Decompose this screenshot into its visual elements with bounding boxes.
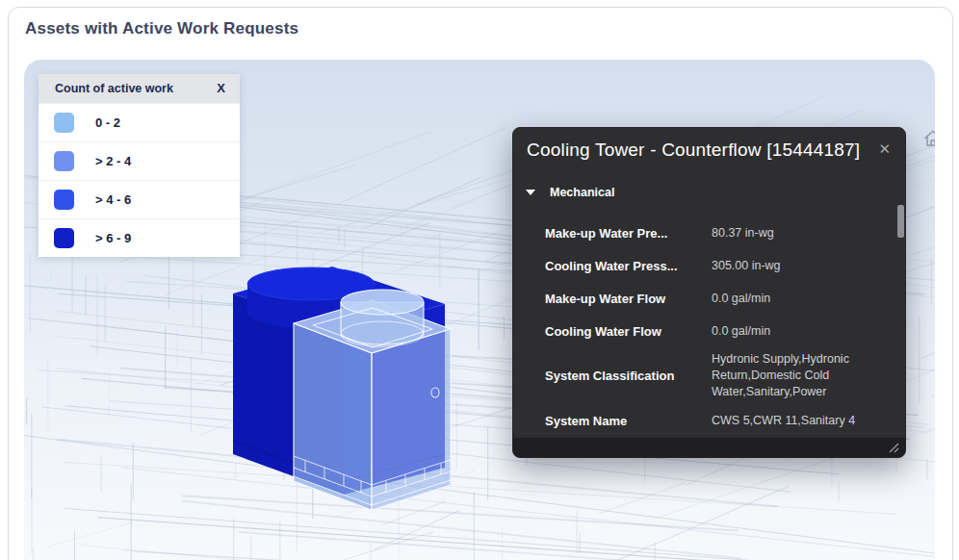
collapse-triangle-icon [526,190,535,195]
property-value: 0.0 gal/min [712,323,894,340]
property-value: 0.0 gal/min [712,291,894,307]
property-label: System Classification [545,369,712,383]
close-icon[interactable]: ✕ [878,140,891,158]
legend-header: Count of active work X [39,74,240,103]
property-row: Make-up Water Flow 0.0 gal/min [513,282,905,315]
property-label: Cooling Water Flow [545,324,712,339]
legend-item-label: > 2 - 4 [95,154,131,168]
legend-item-6-9[interactable]: > 6 - 9 [39,218,240,257]
property-value: Hydronic Supply,Hydronic Return,Domestic… [712,351,894,400]
color-swatch [54,113,74,133]
property-value: CWS 5,CWR 11,Sanitary 4 [712,413,894,429]
property-row: Cooling Water Flow 0.0 gal/min [513,315,905,347]
legend-item-label: > 6 - 9 [95,231,131,245]
legend-item-4-6[interactable]: > 4 - 6 [39,180,240,218]
section-header-mechanical[interactable]: Mechanical [526,186,614,199]
property-value: 80.37 in-wg [712,225,894,242]
resize-handle-icon[interactable] [889,443,899,453]
color-swatch [54,151,74,171]
property-value: 305.00 in-wg [712,258,894,274]
app-window: Assets with Active Work Requests [0,0,959,560]
property-label: Make-up Water Pre... [545,226,712,241]
legend-item-0-2[interactable]: 0 - 2 [39,103,240,141]
home-icon[interactable] [920,126,935,151]
panel-footer [513,438,905,457]
property-row: System Name CWS 5,CWR 11,Sanitary 4 [513,403,905,438]
legend-item-label: 0 - 2 [95,115,120,130]
section-label: Mechanical [550,186,614,199]
color-swatch [54,190,74,210]
legend-title: Count of active work [55,82,173,95]
asset-title: Cooling Tower - Counterflow [15444187] [527,140,863,161]
property-label: Make-up Water Flow [545,292,712,306]
property-row: Make-up Water Pre... 80.37 in-wg [513,216,905,249]
legend-panel: Count of active work X 0 - 2 > 2 - 4 > 4… [39,74,240,257]
property-label: System Name [545,414,712,428]
page-title: Assets with Active Work Requests [25,19,298,38]
legend-item-2-4[interactable]: > 2 - 4 [39,141,240,180]
legend-item-label: > 4 - 6 [95,192,131,207]
property-row: System Classification Hydronic Supply,Hy… [513,347,905,403]
property-row: Cooling Water Press... 305.00 in-wg [513,249,905,282]
property-label: Cooling Water Press... [545,259,712,273]
cooling-tower-selected-light[interactable] [294,290,451,510]
asset-property-panel: Cooling Tower - Counterflow [15444187] ✕… [512,127,906,458]
close-icon[interactable]: X [217,81,225,96]
property-list: Make-up Water Pre... 80.37 in-wg Cooling… [513,216,905,438]
color-swatch [54,228,74,248]
scrollbar-thumb[interactable] [897,205,904,238]
